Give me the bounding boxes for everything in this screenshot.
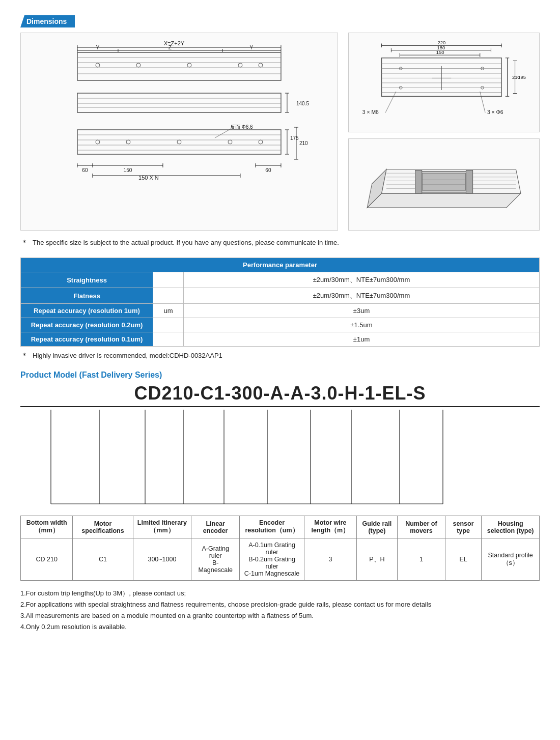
model-breakdown <box>20 407 540 510</box>
svg-point-20 <box>136 63 141 67</box>
perf-row-label-3: Repeat accuracy (resolution 0.2um) <box>21 318 153 332</box>
svg-text:150: 150 <box>124 167 132 173</box>
svg-point-19 <box>96 63 100 67</box>
svg-point-37 <box>96 140 100 144</box>
svg-rect-24 <box>77 93 281 112</box>
svg-rect-32 <box>77 130 281 154</box>
table-cell-2: 300~1000 <box>133 538 191 581</box>
col-header-9: Housing selection (type) <box>482 516 540 538</box>
svg-point-40 <box>228 140 232 144</box>
table-cell-6: P、H <box>356 538 397 581</box>
perf-row-unit-2: um <box>153 304 184 318</box>
svg-text:175: 175 <box>290 135 299 141</box>
col-header-7: Number of movers <box>398 516 445 538</box>
perf-row-label-4: Repeat accuracy (resolution 0.1um) <box>21 332 153 347</box>
svg-text:3 × Φ6: 3 × Φ6 <box>487 109 503 115</box>
svg-text:Z: Z <box>169 45 172 50</box>
perf-row-label-2: Repeat accuracy (resolution 1um) <box>21 304 153 318</box>
svg-point-41 <box>259 140 263 144</box>
col-header-3: Linear encoder <box>191 516 240 538</box>
perf-row-unit-1 <box>153 288 184 304</box>
perf-row-value-1: ±2um/30mm、NTE±7um300/mm <box>184 288 540 304</box>
diagram-left: X=Z+2Y Y Z Y <box>20 33 338 231</box>
svg-rect-14 <box>77 52 281 80</box>
model-breakdown-svg <box>20 407 540 509</box>
perf-row-value-4: ±1um <box>184 332 540 347</box>
invasive-star: ＊ <box>20 351 29 361</box>
diagram-area: X=Z+2Y Y Z Y <box>20 33 540 231</box>
svg-point-38 <box>126 140 130 144</box>
perf-row-value-0: ±2um/30mm、NTE±7um300/mm <box>184 272 540 288</box>
model-details-table: Bottom width（mm）Motor specificationsLimi… <box>20 516 540 581</box>
footer-notes: 1.For custom trip lengths(Up to 3M）, ple… <box>20 588 540 633</box>
svg-point-21 <box>187 63 191 67</box>
svg-line-102 <box>385 92 396 112</box>
perf-row-label-1: Flatness <box>21 288 153 304</box>
perf-row-unit-3 <box>153 318 184 332</box>
col-header-1: Motor specifications <box>73 516 133 538</box>
note-line: ＊ The specific size is subject to the ac… <box>20 239 540 248</box>
col-header-5: Motor wire length（m） <box>304 516 356 538</box>
perf-row-unit-0 <box>153 272 184 288</box>
dimensions-badge: Dimensions <box>20 15 75 27</box>
col-header-2: Limited itinerary（mm） <box>133 516 191 538</box>
table-cell-5: 3 <box>304 538 356 581</box>
left-diagrams-svg: X=Z+2Y Y Z Y <box>26 38 332 191</box>
svg-text:150: 150 <box>436 49 444 55</box>
table-cell-0: CD 210 <box>21 538 73 581</box>
col-header-4: Encoder resolution（um） <box>240 516 304 538</box>
svg-marker-105 <box>367 193 521 208</box>
note-star: ＊ <box>20 238 29 248</box>
svg-point-23 <box>259 63 263 67</box>
svg-text:60: 60 <box>82 167 88 173</box>
performance-table: Performance parameter Straightness±2um/3… <box>20 258 540 347</box>
svg-text:Y: Y <box>250 45 254 50</box>
svg-text:140.5: 140.5 <box>296 101 309 106</box>
svg-text:60: 60 <box>265 167 271 173</box>
perf-row-label-0: Straightness <box>21 272 153 288</box>
right-top-svg: 220 180 150 <box>353 37 535 126</box>
svg-text:X=Z+2Y: X=Z+2Y <box>164 40 185 46</box>
col-header-0: Bottom width（mm） <box>21 516 73 538</box>
diagram-right: 220 180 150 <box>348 33 540 231</box>
perf-row-value-2: ±3um <box>184 304 540 318</box>
svg-text:Y: Y <box>96 45 100 50</box>
invasive-note: ＊ Highly invasive driver is recommended,… <box>20 352 540 361</box>
svg-rect-114 <box>423 173 466 190</box>
table-cell-7: 1 <box>398 538 445 581</box>
footer-note-1: 2.For applications with special straight… <box>20 599 540 610</box>
svg-rect-117 <box>415 170 422 193</box>
table-cell-3: A-Grating ruler B-Magnescale <box>191 538 240 581</box>
svg-text:反面 Φ6.6: 反面 Φ6.6 <box>230 124 253 130</box>
col-header-6: Guide rail (type) <box>356 516 397 538</box>
product-model-title: Product Model (Fast Delivery Series) <box>20 371 540 380</box>
invasive-text: Highly invasive driver is recommended, m… <box>33 352 222 359</box>
model-code: CD210-C1-300-A-A-3.0-H-1-EL-S <box>20 383 540 407</box>
svg-rect-118 <box>466 170 472 193</box>
svg-point-39 <box>177 140 181 144</box>
footer-note-0: 1.For custom trip lengths(Up to 3M）, ple… <box>20 588 540 599</box>
perf-row-value-3: ±1.5um <box>184 318 540 332</box>
note-text: The specific size is subject to the actu… <box>33 239 339 246</box>
svg-line-43 <box>215 129 230 138</box>
perf-row-unit-4 <box>153 332 184 347</box>
table-cell-8: EL <box>445 538 482 581</box>
footer-note-2: 3.All measurements are based on a module… <box>20 610 540 621</box>
diagram-right-bottom <box>348 138 540 231</box>
svg-point-22 <box>238 63 242 67</box>
product-model-section: Product Model (Fast Delivery Series) CD2… <box>20 371 540 510</box>
svg-text:3 × M6: 3 × M6 <box>362 109 379 115</box>
diagram-right-top: 220 180 150 <box>348 33 540 132</box>
table-cell-9: Standard profile（s） <box>482 538 540 581</box>
footer-note-3: 4.Only 0.2um resolution is available. <box>20 621 540 633</box>
svg-text:195: 195 <box>518 74 526 80</box>
right-bottom-svg <box>353 143 535 224</box>
table-cell-4: A-0.1um Grating ruler B-0.2um Grating ru… <box>240 538 304 581</box>
svg-line-104 <box>480 92 485 112</box>
perf-table-header: Performance parameter <box>21 258 540 272</box>
col-header-8: sensor type <box>445 516 482 538</box>
table-cell-1: C1 <box>73 538 133 581</box>
svg-text:210: 210 <box>299 140 308 146</box>
